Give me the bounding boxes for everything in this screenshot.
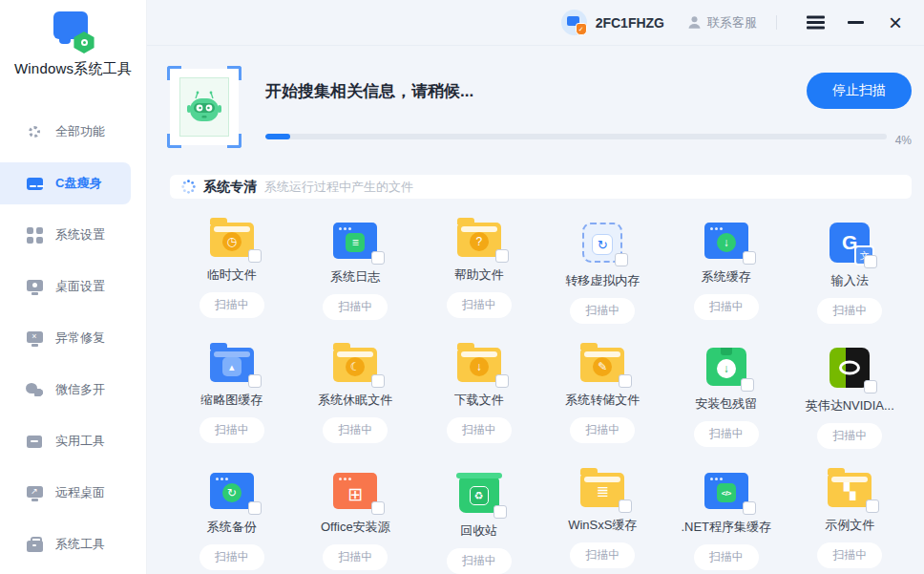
item-status-button[interactable]: 扫描中 (323, 417, 388, 443)
stop-scan-button[interactable]: 停止扫描 (807, 73, 912, 109)
item-checkbox[interactable] (866, 500, 879, 513)
sidebar-item-remote-desktop[interactable]: ↗ 远程桌面 (0, 472, 131, 514)
recycle-bin-icon: ♻ (459, 478, 499, 513)
item-checkbox[interactable] (619, 374, 632, 388)
item-checkbox[interactable] (248, 374, 262, 388)
sidebar: Windows系统工具 全部功能 C盘瘦身 系统设置 桌面设置 × 异常修复 微… (0, 0, 147, 574)
scan-header: 开始搜集相关信息，请稍候... 停止扫描 4% (147, 46, 924, 145)
item-checkbox[interactable] (743, 501, 756, 515)
item-checkbox[interactable] (743, 251, 756, 265)
device-id: 2FC1FHZG (596, 15, 664, 31)
sidebar-item-label: 系统工具 (55, 536, 105, 553)
section-subtitle: 系统运行过程中产生的文件 (264, 179, 413, 196)
item-checkbox[interactable] (615, 253, 628, 266)
app-grid-icon (26, 226, 43, 244)
temp-files-folder-icon: ◷ (210, 223, 254, 257)
close-button[interactable]: × (880, 8, 911, 38)
sidebar-item-error-repair[interactable]: × 异常修复 (0, 317, 131, 359)
item-checkbox[interactable] (864, 380, 877, 393)
item-checkbox[interactable] (495, 249, 509, 263)
item-status-button[interactable]: 扫描中 (694, 294, 759, 320)
item-label: 系统休眠文件 (318, 392, 392, 409)
scan-item: ≣ WinSxS缓存 扫描中 (541, 473, 665, 574)
item-status-button[interactable]: 扫描中 (817, 542, 882, 568)
item-status-button[interactable]: 扫描中 (200, 292, 264, 318)
help-files-folder-icon: ? (457, 223, 501, 257)
minimize-button[interactable] (840, 8, 871, 38)
sidebar-item-label: 桌面设置 (55, 278, 105, 295)
app-title: Windows系统工具 (0, 60, 146, 78)
scan-item: ↓ 下载文件 扫描中 (417, 348, 541, 449)
close-icon: × (889, 11, 902, 34)
item-checkbox[interactable] (741, 378, 754, 392)
minimize-icon (848, 21, 864, 24)
sidebar-item-system-settings[interactable]: 系统设置 (0, 214, 131, 256)
item-checkbox[interactable] (494, 505, 507, 519)
scan-item: ↻ 转移虚拟内存 扫描中 (541, 223, 665, 324)
menu-button[interactable] (800, 8, 830, 38)
sidebar-nav: 全部功能 C盘瘦身 系统设置 桌面设置 × 异常修复 微信多开 实用工具 ↗ 远… (0, 111, 146, 565)
section-title: 系统专清 (203, 179, 257, 196)
item-checkbox[interactable] (495, 374, 509, 388)
scan-items-grid: ◷ 临时文件 扫描中 ≡ 系统日志 扫描中 ? 帮助文件 扫描中 ↻ 转移虚拟内… (170, 223, 912, 574)
item-label: 输入法 (831, 272, 869, 289)
item-label: WinSxS缓存 (568, 517, 637, 534)
scan-item: ↓ 安装包残留 扫描中 (664, 348, 788, 449)
toolbox-icon (26, 536, 43, 553)
sidebar-item-c-drive-slim[interactable]: C盘瘦身 (0, 162, 131, 204)
scan-progress: 4% (265, 130, 912, 143)
item-label: 转移虚拟内存 (565, 272, 640, 289)
item-status-button[interactable]: 扫描中 (447, 548, 512, 574)
shield-monitor-icon: ✓ (561, 10, 587, 35)
disk-icon (26, 175, 43, 192)
item-status-button[interactable]: 扫描中 (447, 417, 512, 443)
progress-track (265, 134, 887, 139)
item-status-button[interactable]: 扫描中 (323, 544, 388, 570)
installer-leftover-package-icon: ↓ (706, 348, 746, 386)
wechat-icon (26, 381, 43, 398)
sidebar-item-label: 实用工具 (55, 433, 105, 450)
item-status-button[interactable]: 扫描中 (694, 421, 759, 447)
item-checkbox[interactable] (371, 374, 385, 388)
item-status-button[interactable]: 扫描中 (817, 298, 882, 324)
sidebar-item-all-features[interactable]: 全部功能 (0, 111, 131, 153)
item-status-button[interactable]: 扫描中 (200, 417, 264, 443)
scan-status-text: 开始搜集相关信息，请稍候... (265, 80, 473, 102)
virtual-memory-chip-icon: ↻ (582, 223, 622, 263)
item-checkbox[interactable] (248, 501, 262, 515)
sidebar-item-utilities[interactable]: 实用工具 (0, 420, 131, 462)
item-status-button[interactable]: 扫描中 (694, 544, 759, 570)
item-checkbox[interactable] (619, 500, 632, 513)
progress-percent-label: 4% (895, 134, 912, 147)
utility-box-icon (26, 433, 43, 450)
titlebar: ✓ 2FC1FHZG 联系客服 × (147, 0, 924, 46)
item-status-button[interactable]: 扫描中 (570, 542, 635, 568)
scan-item: ◷ 临时文件 扫描中 (170, 223, 294, 324)
item-label: 示例文件 (825, 517, 874, 534)
item-status-button[interactable]: 扫描中 (447, 292, 512, 318)
scan-item: ⊞ Office安装源 扫描中 (294, 473, 418, 574)
scan-item: ♻ 回收站 扫描中 (417, 473, 541, 574)
item-checkbox[interactable] (371, 501, 385, 515)
item-status-button[interactable]: 扫描中 (817, 423, 882, 449)
item-label: 系统备份 (207, 519, 257, 536)
sidebar-item-desktop-settings[interactable]: 桌面设置 (0, 266, 131, 308)
item-status-button[interactable]: 扫描中 (200, 544, 264, 570)
item-checkbox[interactable] (371, 251, 385, 265)
item-checkbox[interactable] (864, 255, 877, 268)
winsxs-cache-folder-icon: ≣ (580, 473, 624, 507)
item-label: 系统日志 (330, 268, 380, 286)
item-status-button[interactable]: 扫描中 (570, 298, 635, 324)
item-checkbox[interactable] (248, 249, 262, 263)
sample-files-folder-icon: ▚ (828, 473, 872, 507)
scan-item: ≡ 系统日志 扫描中 (294, 223, 418, 324)
item-label: 缩略图缓存 (200, 392, 262, 409)
device-id-chip[interactable]: ✓ 2FC1FHZG (561, 10, 664, 35)
contact-support-label: 联系客服 (707, 14, 757, 32)
sidebar-item-system-tools[interactable]: 系统工具 (0, 523, 131, 565)
item-status-button[interactable]: 扫描中 (570, 417, 635, 443)
contact-support-button[interactable]: 联系客服 (687, 14, 757, 32)
sidebar-item-wechat-multi[interactable]: 微信多开 (0, 369, 131, 411)
app-logo-icon (52, 11, 95, 52)
item-status-button[interactable]: 扫描中 (323, 294, 388, 320)
